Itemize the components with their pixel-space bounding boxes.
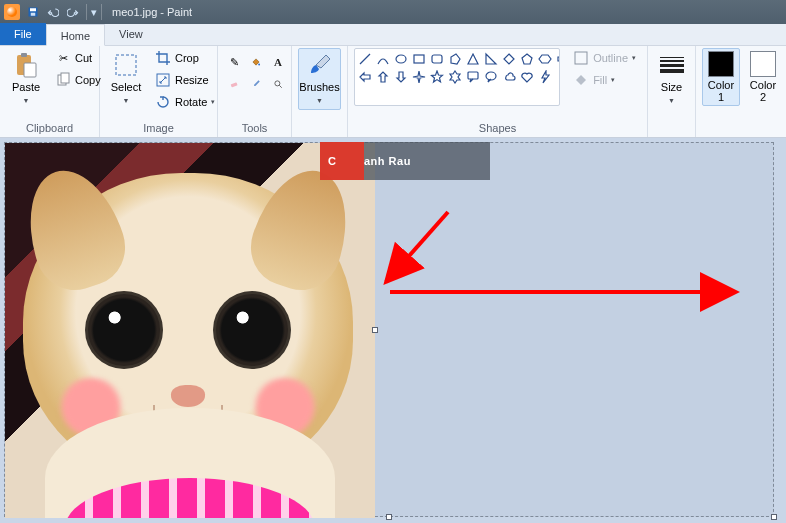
pencil-tool[interactable]: ✎ [224,52,244,72]
redo-button[interactable] [64,3,82,21]
group-size: Size▼ [648,46,696,137]
group-clipboard: Paste▼ ✂ Cut Copy Clipboard [0,46,100,137]
svg-rect-14 [414,55,424,63]
tab-home[interactable]: Home [46,24,105,46]
svg-rect-15 [432,55,442,63]
chevron-down-icon: ▼ [316,97,323,104]
shape-triangle[interactable] [465,51,481,67]
select-label: Select [111,81,142,93]
workspace [0,138,786,523]
resize-button[interactable]: Resize [150,70,220,90]
group-shapes: ▲ ▼ ▾ Outline ▾ Fill ▾ Shapes [348,46,648,137]
shape-star6[interactable] [447,69,463,85]
rotate-button[interactable]: Rotate ▾ [150,92,220,112]
group-label-clipboard: Clipboard [6,120,93,137]
magnifier-icon [273,76,283,92]
paste-button[interactable]: Paste▼ [6,48,46,110]
paste-icon [12,51,40,79]
shape-callout-rect[interactable] [465,69,481,85]
svg-rect-18 [575,52,587,64]
copy-button[interactable]: Copy [50,70,106,90]
eraser-icon [229,76,239,92]
shape-roundrect[interactable] [429,51,445,67]
svg-rect-7 [61,73,69,83]
tab-file[interactable]: File [0,23,46,45]
shape-lightning[interactable] [537,69,553,85]
shape-diamond[interactable] [501,51,517,67]
resize-handle-e[interactable] [372,327,378,333]
window-title: meo1.jpg - Paint [112,6,192,18]
brush-icon [306,51,334,79]
svg-rect-11 [231,82,238,87]
shape-oval[interactable] [393,51,409,67]
resize-handle-s[interactable] [386,514,392,520]
shape-rect[interactable] [411,51,427,67]
shape-heart[interactable] [519,69,535,85]
shape-arrow-right[interactable] [555,51,560,67]
cut-button[interactable]: ✂ Cut [50,48,106,68]
resize-icon [155,72,171,88]
paint-app-icon [4,4,20,20]
color1-label: Color 1 [708,79,734,103]
shape-hexagon[interactable] [537,51,553,67]
shape-right-triangle[interactable] [483,51,499,67]
quick-access-toolbar [24,3,82,21]
color2-button[interactable]: Color 2 [744,48,782,106]
chevron-down-icon: ▼ [123,97,130,104]
watermark-right: anh Rau [364,155,411,167]
group-image: Select▼ Crop Resize Rotate ▾ Image [100,46,218,137]
titlebar: ▾ meo1.jpg - Paint [0,0,786,24]
size-button[interactable]: Size▼ [652,48,692,110]
color2-label: Color 2 [750,79,776,103]
color1-swatch [708,51,734,77]
save-icon [27,6,39,18]
chevron-down-icon: ▾ [211,98,215,106]
shape-outline-button[interactable]: Outline ▾ [568,48,641,68]
paste-label: Paste [12,81,40,93]
chevron-down-icon: ▼ [23,97,30,104]
svg-rect-2 [31,13,36,16]
eraser-tool[interactable] [224,74,244,94]
shape-polygon[interactable] [447,51,463,67]
separator [86,4,87,20]
group-tools: ✎ A Tools [218,46,292,137]
group-label-shapes: Shapes [354,120,641,137]
shape-fill-button[interactable]: Fill ▾ [568,70,641,90]
copy-label: Copy [75,74,101,86]
undo-button[interactable] [44,3,62,21]
customize-qat-dropdown[interactable]: ▾ [91,6,97,19]
shapes-gallery[interactable]: ▲ ▼ ▾ [354,48,560,106]
size-label: Size [661,81,682,93]
canvas[interactable] [4,142,774,517]
magnifier-tool[interactable] [268,74,288,94]
color2-swatch [750,51,776,77]
shape-line[interactable] [357,51,373,67]
tab-view[interactable]: View [105,23,157,45]
shape-pentagon[interactable] [519,51,535,67]
shape-arrow-up[interactable] [375,69,391,85]
color1-button[interactable]: Color 1 [702,48,740,106]
group-label-colors [702,120,786,137]
svg-point-17 [486,72,496,80]
shape-star5[interactable] [429,69,445,85]
color-picker-tool[interactable] [246,74,266,94]
resize-handle-se[interactable] [771,514,777,520]
fill-icon [573,72,589,88]
save-button[interactable] [24,3,42,21]
text-tool[interactable]: A [268,52,288,72]
svg-point-12 [275,81,280,86]
shape-star4[interactable] [411,69,427,85]
group-label-size [654,120,689,137]
group-colors: Color 1 Color 2 [696,46,786,137]
eyedropper-icon [251,76,261,92]
shape-curve[interactable] [375,51,391,67]
fill-tool[interactable] [246,52,266,72]
shape-callout-cloud[interactable] [501,69,517,85]
crop-button[interactable]: Crop [150,48,220,68]
shape-callout-oval[interactable] [483,69,499,85]
select-button[interactable]: Select▼ [106,48,146,110]
shape-arrow-left[interactable] [357,69,373,85]
brushes-button[interactable]: Brushes▼ [298,48,341,110]
shape-arrow-down[interactable] [393,69,409,85]
svg-point-13 [396,55,406,63]
